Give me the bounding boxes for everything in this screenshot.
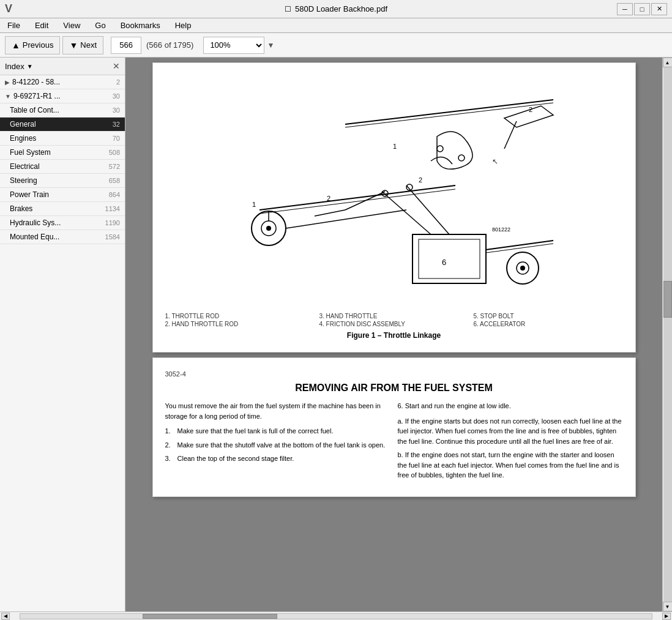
menu-file[interactable]: File xyxy=(5,20,23,31)
legend-item-5: 5. STOP BOLT xyxy=(474,313,623,319)
figure-legend: 1. THROTTLE ROD 3. HAND THROTTLE 5. STOP… xyxy=(165,313,623,327)
menu-go[interactable]: Go xyxy=(92,20,108,31)
doc-col-right: 6. Start and run the engine at low idle.… xyxy=(398,401,623,484)
sidebar-item-page: 70 xyxy=(103,135,120,142)
svg-text:1: 1 xyxy=(393,143,397,150)
h-scrollbar-thumb[interactable] xyxy=(143,614,277,619)
sidebar-item-page: 1190 xyxy=(103,219,120,226)
pdf-page-text: 3052-4 REMOVING AIR FROM THE FUEL SYSTEM… xyxy=(152,357,636,497)
sidebar-item-toc[interactable]: Table of Cont... 30 xyxy=(0,103,125,118)
sidebar-item-fuel-system[interactable]: Fuel System 508 xyxy=(0,146,125,160)
previous-label: Previous xyxy=(23,40,54,50)
maximize-button[interactable]: □ xyxy=(634,3,650,15)
sidebar-dropdown-icon: ▼ xyxy=(27,63,33,70)
svg-rect-13 xyxy=(413,234,486,283)
menu-edit[interactable]: Edit xyxy=(32,20,51,31)
scrollbar-down-button[interactable]: ▼ xyxy=(663,602,673,611)
scrollbar-thumb[interactable] xyxy=(663,281,672,318)
legend-item-1: 1. THROTTLE ROD xyxy=(165,313,315,319)
page-input[interactable] xyxy=(111,37,141,54)
previous-arrow-icon: ▲ xyxy=(12,40,20,50)
page-number: 3052-4 xyxy=(165,370,623,378)
doc-intro: You must remove the air from the fuel sy… xyxy=(165,401,390,421)
sidebar-item-9-69271[interactable]: ▼ 9-69271-R1 ... 30 xyxy=(0,89,125,103)
doc-body: You must remove the air from the fuel sy… xyxy=(165,401,623,484)
sidebar-title: Index ▼ xyxy=(5,62,33,71)
sidebar-item-general[interactable]: General 32 xyxy=(0,118,125,132)
sidebar-item-page: 2 xyxy=(103,78,120,86)
pdf-page-figure: 1 xyxy=(152,62,636,353)
doc-step-1: 1. Make sure that the fuel tank is full … xyxy=(165,426,390,436)
sidebar-item-mounted-equ[interactable]: Mounted Equ... 1584 xyxy=(0,230,125,244)
throttle-linkage-diagram: 1 xyxy=(223,88,566,296)
sidebar-item-page: 30 xyxy=(103,106,120,114)
minimize-button[interactable]: ─ xyxy=(617,3,633,15)
sidebar-item-page: 864 xyxy=(103,191,120,198)
zoom-select[interactable]: 100% 50% 75% 125% 150% 200% xyxy=(203,37,264,54)
legend-item-2: 2. HAND THROTTLE ROD xyxy=(165,321,315,327)
sidebar-item-page: 1134 xyxy=(103,205,120,212)
svg-text:2: 2 xyxy=(529,106,532,113)
sidebar-item-label: Brakes xyxy=(10,204,103,213)
svg-text:2: 2 xyxy=(419,176,422,184)
scrollbar-up-button[interactable]: ▲ xyxy=(663,58,673,67)
sidebar-item-label: Fuel System xyxy=(10,148,103,157)
svg-point-20 xyxy=(520,266,525,271)
menu-bar: File Edit View Go Bookmarks Help xyxy=(0,18,672,33)
h-scrollbar-track xyxy=(20,613,652,619)
sidebar-item-steering[interactable]: Steering 658 xyxy=(0,174,125,188)
next-button[interactable]: ▼ Next xyxy=(62,36,103,54)
sidebar-item-label: Engines xyxy=(10,134,103,143)
sidebar-item-8-41220[interactable]: ▶ 8-41220 - 58... 2 xyxy=(0,75,125,89)
h-scroll-right-button[interactable]: ▶ xyxy=(662,613,671,620)
doc-col-left: You must remove the air from the fuel sy… xyxy=(165,401,390,484)
figure-caption: Figure 1 – Throttle Linkage xyxy=(347,331,441,340)
sidebar-item-page: 30 xyxy=(103,92,120,100)
menu-bookmarks[interactable]: Bookmarks xyxy=(118,20,163,31)
page-info: (566 of 1795) xyxy=(146,40,193,50)
doc-step-6b: b. If the engine does not start, turn th… xyxy=(398,450,623,480)
svg-text:↖: ↖ xyxy=(492,157,498,166)
doc-title: REMOVING AIR FROM THE FUEL SYSTEM xyxy=(165,383,623,394)
sidebar-item-label: 9-69271-R1 ... xyxy=(13,92,103,100)
expand-icon-open: ▼ xyxy=(5,93,11,100)
right-scrollbar: ▲ ▼ xyxy=(662,58,672,611)
sidebar-item-engines[interactable]: Engines 70 xyxy=(0,132,125,146)
h-scroll-left-button[interactable]: ◀ xyxy=(1,613,10,620)
menu-view[interactable]: View xyxy=(61,20,83,31)
sidebar-item-hydraulic[interactable]: Hydraulic Sys... 1190 xyxy=(0,216,125,230)
window-title: 580D Loader Backhoe.pdf xyxy=(295,4,387,13)
sidebar-header: Index ▼ ✕ xyxy=(0,58,125,75)
main-area: Index ▼ ✕ ▶ 8-41220 - 58... 2 ▼ 9-69271-… xyxy=(0,58,672,611)
doc-step-3: 3. Clean the top of the second stage fil… xyxy=(165,454,390,464)
sidebar-close-button[interactable]: ✕ xyxy=(113,61,120,71)
svg-text:1: 1 xyxy=(252,201,256,208)
title-bar: V ☐ 580D Loader Backhoe.pdf ─ □ ✕ xyxy=(0,0,672,18)
doc-step-6a: a. If the engine starts but does not run… xyxy=(398,416,623,447)
sidebar-item-page: 658 xyxy=(103,177,120,184)
svg-text:2: 2 xyxy=(327,195,330,202)
menu-help[interactable]: Help xyxy=(173,20,194,31)
sidebar-item-label: Table of Cont... xyxy=(10,106,103,114)
toolbar: ▲ Previous ▼ Next (566 of 1795) 100% 50%… xyxy=(0,33,672,58)
sidebar-item-page: 32 xyxy=(103,121,120,128)
svg-point-5 xyxy=(266,226,271,231)
content-area[interactable]: 1 xyxy=(125,58,662,611)
expand-icon: ▶ xyxy=(5,79,10,86)
figure-svg-container: 1 xyxy=(165,75,623,308)
sidebar-item-power-train[interactable]: Power Train 864 xyxy=(0,188,125,202)
svg-text:801222: 801222 xyxy=(492,226,510,233)
sidebar: Index ▼ ✕ ▶ 8-41220 - 58... 2 ▼ 9-69271-… xyxy=(0,58,125,611)
sidebar-item-electrical[interactable]: Electrical 572 xyxy=(0,160,125,174)
app-logo: V xyxy=(5,2,12,15)
close-button[interactable]: ✕ xyxy=(651,3,667,15)
sidebar-item-brakes[interactable]: Brakes 1134 xyxy=(0,202,125,216)
sidebar-item-page: 1584 xyxy=(103,233,120,241)
next-arrow-icon: ▼ xyxy=(69,40,78,50)
doc-step-6-intro: 6. Start and run the engine at low idle. xyxy=(398,401,623,411)
sidebar-item-label: Electrical xyxy=(10,162,103,171)
previous-button[interactable]: ▲ Previous xyxy=(5,36,60,54)
sidebar-item-label: Power Train xyxy=(10,190,103,199)
next-label: Next xyxy=(80,40,97,50)
legend-item-3: 3. HAND THROTTLE xyxy=(319,313,469,319)
